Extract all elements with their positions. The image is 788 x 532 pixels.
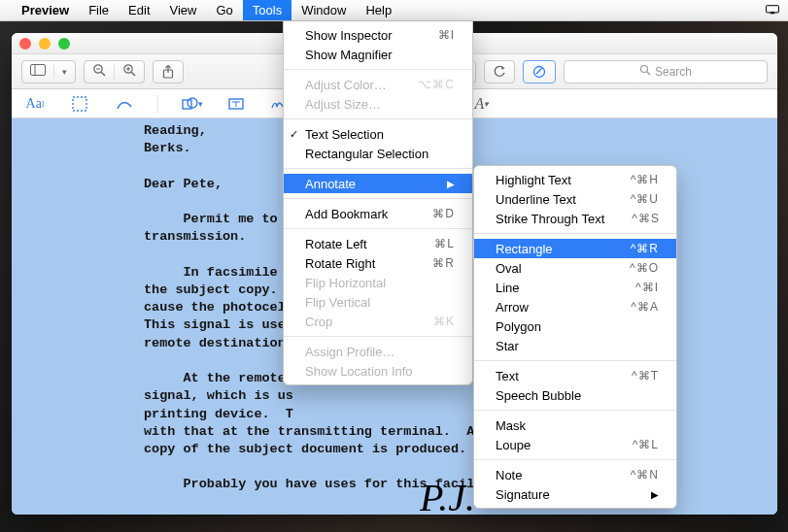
shortcut-label: ^⌘O [602,261,659,275]
shortcut-label: ⌘R [405,256,455,270]
window-close[interactable] [19,38,31,50]
annotate-item[interactable]: Line^⌘I [474,278,676,297]
svg-line-5 [101,72,105,76]
tools-menu-separator [284,336,472,337]
tools-menu-item[interactable]: ✓Text Selection [284,124,472,144]
sketch-button[interactable] [113,92,136,116]
mac-menubar: Preview File Edit View Go Tools Window H… [0,0,788,21]
annotate-separator [474,233,676,234]
annotate-label: Signature [496,487,550,502]
shortcut-label: ^⌘L [605,438,659,451]
shortcut-label: ^⌘U [603,192,659,206]
menubar-view[interactable]: View [160,0,207,20]
sidebar-toggle[interactable]: ▾ [21,60,76,83]
zoom-group [84,60,145,83]
rotate-button[interactable] [484,60,515,83]
shortcut-label: ^⌘R [603,242,659,255]
annotate-label: Underline Text [496,192,576,207]
menubar-edit[interactable]: Edit [119,0,159,20]
annotate-label: Line [496,281,520,295]
shortcut-label: ⌘I [411,28,455,42]
tools-menu-item: Show Location Info [284,361,472,381]
shortcut-label: ^⌘T [604,369,659,382]
tools-menu-label: Annotate [305,177,356,191]
annotate-item[interactable]: Highlight Text^⌘H [474,170,676,189]
shortcut-label: ⌥⌘C [391,78,455,91]
share-button[interactable] [153,60,184,83]
tools-menu-label: Assign Profile… [305,345,394,359]
annotate-item[interactable]: Note^⌘N [474,465,676,484]
zoom-in-button[interactable] [115,63,144,80]
font-style-button[interactable]: A▾ [470,92,494,116]
tools-menu-label: Flip Vertical [305,295,370,310]
annotate-item[interactable]: Speech Bubble [474,385,676,405]
tools-menu-item[interactable]: Show Inspector⌘I [284,25,472,45]
menubar-app[interactable]: Preview [12,0,79,20]
menubar-window[interactable]: Window [291,0,356,20]
shortcut-label: ⌘D [405,207,455,220]
text-box-button[interactable] [224,92,248,116]
tools-menu-label: Rectangular Selection [305,147,428,161]
tools-menu-label: Show Magnifier [305,48,393,62]
submenu-arrow-icon: ▶ [420,179,455,189]
annotate-submenu: Highlight Text^⌘HUnderline Text^⌘UStrike… [473,165,677,509]
tools-menu-separator [284,118,472,119]
annotate-item[interactable]: Arrow^⌘A [474,297,676,316]
shapes-button[interactable]: ▾ [180,92,203,116]
tools-menu-item[interactable]: Annotate▶ [284,174,472,193]
annotate-item[interactable]: Star [474,336,676,355]
text-style-button[interactable]: Aal [23,92,47,116]
window-zoom[interactable] [58,38,70,50]
tools-menu-separator [284,69,472,70]
tools-menu-item: Flip Vertical [284,292,472,312]
menubar-tools[interactable]: Tools [243,0,291,20]
annotate-label: Oval [496,261,522,276]
tools-menu-separator [284,168,472,169]
annotate-item[interactable]: Underline Text^⌘U [474,189,676,209]
menubar-help[interactable]: Help [356,0,401,20]
tools-menu-label: Flip Horizontal [305,276,386,290]
annotate-item[interactable]: Polygon [474,316,676,336]
tools-menu-label: Show Inspector [305,28,393,43]
annotate-item[interactable]: Strike Through Text^⌘S [474,209,676,228]
annotate-item[interactable]: Text^⌘T [474,366,676,385]
window-minimize[interactable] [39,38,51,50]
tools-menu-item[interactable]: Rotate Left⌘L [284,234,472,253]
tools-menu-label: Adjust Color… [305,78,387,92]
annotate-separator [474,459,676,460]
tools-menu-item[interactable]: Add Bookmark⌘D [284,204,472,223]
shortcut-label: ^⌘H [603,173,659,186]
annotate-label: Note [496,468,522,482]
menubar-go[interactable]: Go [206,0,242,20]
tools-menu-item[interactable]: Rotate Right⌘R [284,253,472,273]
tools-menu-label: Show Location Info [305,364,413,379]
markup-toolbar-button[interactable] [523,60,556,83]
annotate-label: Rectangle [496,242,553,256]
tools-menu-item: Assign Profile… [284,342,472,361]
search-input[interactable]: Search [564,60,768,83]
menubar-file[interactable]: File [79,0,119,20]
shortcut-label: ^⌘I [608,281,659,294]
svg-rect-2 [31,65,46,76]
zoom-out-button[interactable] [85,63,115,80]
tools-menu-item: Crop⌘K [284,312,472,331]
annotate-item[interactable]: Mask [474,416,676,435]
annotate-item[interactable]: Rectangle^⌘R [474,239,676,258]
tools-menu-label: Rotate Left [305,237,367,251]
svg-marker-14 [501,66,505,70]
search-icon [639,64,651,79]
tools-menu-item[interactable]: Show Magnifier [284,45,472,64]
tools-menu-label: Rotate Right [305,256,375,271]
shortcut-label: ^⌘A [603,300,659,314]
tools-menu-separator [284,228,472,229]
search-placeholder: Search [655,65,692,79]
annotate-item[interactable]: Oval^⌘O [474,258,676,278]
tools-menu-label: Crop [305,315,332,329]
selection-tool-button[interactable] [68,92,91,116]
signature-image: P.J. [420,475,475,515]
airplay-icon[interactable] [765,3,780,17]
annotate-item[interactable]: Loupe^⌘L [474,435,676,454]
annotate-label: Text [496,369,519,383]
tools-menu-item[interactable]: Rectangular Selection [284,144,472,163]
annotate-item[interactable]: Signature▶ [474,484,676,504]
